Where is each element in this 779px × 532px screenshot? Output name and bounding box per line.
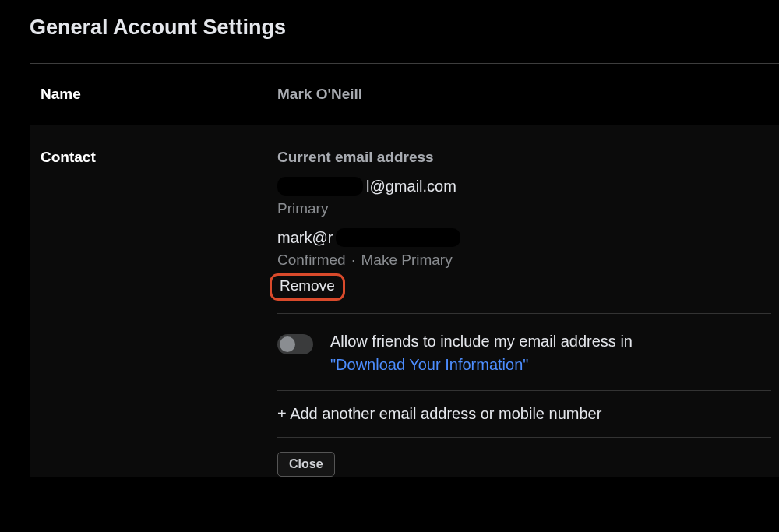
redacted-icon xyxy=(336,228,460,247)
contact-row: Contact Current email address l@gmail.co… xyxy=(30,125,779,477)
divider xyxy=(277,390,771,391)
download-info-toggle[interactable] xyxy=(277,334,313,354)
primary-email-line: l@gmail.com xyxy=(277,177,771,196)
name-row[interactable]: Name Mark O'Neill xyxy=(30,64,779,125)
email-block-secondary: mark@r Confirmed · Make Primary Remove xyxy=(277,228,771,301)
contact-label: Contact xyxy=(41,149,277,477)
email-block-primary: l@gmail.com Primary xyxy=(277,177,771,217)
settings-body: Name Mark O'Neill Contact Current email … xyxy=(30,63,779,477)
divider xyxy=(277,313,771,314)
add-contact-link[interactable]: + Add another email address or mobile nu… xyxy=(277,403,771,425)
close-button[interactable]: Close xyxy=(277,452,335,477)
remove-highlight: Remove xyxy=(270,273,345,301)
name-label: Name xyxy=(41,86,277,103)
toggle-knob-icon xyxy=(280,336,295,352)
make-primary-link[interactable]: Make Primary xyxy=(361,252,453,268)
confirmed-status: Confirmed xyxy=(277,252,346,268)
download-info-toggle-row: Allow friends to include my email addres… xyxy=(277,326,771,378)
redacted-icon xyxy=(277,177,363,196)
toggle-text-before: Allow friends to include my email addres… xyxy=(330,333,633,350)
secondary-email-prefix: mark@r xyxy=(277,229,333,247)
contact-content: Current email address l@gmail.com Primar… xyxy=(277,149,779,477)
secondary-email-line: mark@r xyxy=(277,228,771,247)
contact-section-header: Current email address xyxy=(277,149,771,166)
primary-email-suffix: l@gmail.com xyxy=(366,178,456,196)
separator-dot: · xyxy=(350,252,357,268)
divider xyxy=(277,437,771,438)
remove-link[interactable]: Remove xyxy=(280,278,335,293)
name-value: Mark O'Neill xyxy=(277,86,779,103)
secondary-status-line: Confirmed · Make Primary xyxy=(277,252,771,269)
download-info-toggle-label: Allow friends to include my email addres… xyxy=(330,329,633,376)
primary-badge: Primary xyxy=(277,200,771,217)
page-title: General Account Settings xyxy=(30,16,779,40)
download-your-information-link[interactable]: "Download Your Information" xyxy=(330,356,528,373)
